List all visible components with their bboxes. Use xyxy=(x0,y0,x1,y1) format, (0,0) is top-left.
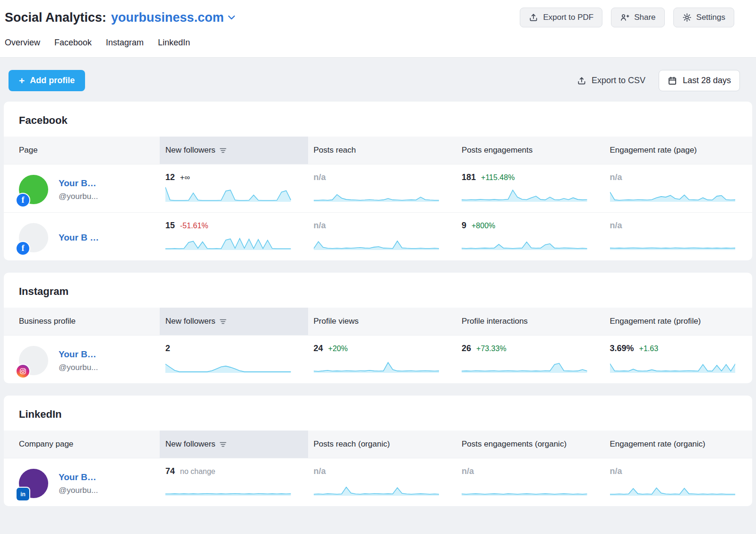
facebook-badge-icon: f xyxy=(17,194,29,207)
metric-cell: 2 xyxy=(160,336,308,383)
metric-value: 181 xyxy=(462,172,476,182)
metric-cell: n/a xyxy=(308,458,456,506)
tab-facebook[interactable]: Facebook xyxy=(54,38,92,48)
metric-change: -51.61% xyxy=(180,222,208,230)
metric-cell: 24+20% xyxy=(308,336,456,383)
column-header-label: Engagement rate (organic) xyxy=(610,439,705,449)
metric-cell: 3.69%+1.63 xyxy=(604,336,753,383)
settings-button[interactable]: Settings xyxy=(673,8,734,27)
domain-selector[interactable]: yourbusiness.com xyxy=(111,10,235,25)
export-pdf-label: Export to PDF xyxy=(543,13,593,22)
share-button[interactable]: Share xyxy=(611,8,664,27)
profile-cell: fYour B…@yourbu... xyxy=(4,164,160,212)
metric-cell: n/a xyxy=(308,213,456,260)
sparkline-chart xyxy=(165,357,291,373)
metric-change: +800% xyxy=(472,222,495,230)
column-header[interactable]: Page xyxy=(4,137,160,164)
column-header[interactable]: Profile interactions xyxy=(456,308,604,335)
instagram-badge-icon xyxy=(17,365,29,378)
metric-cell: n/a xyxy=(604,164,753,212)
column-header-label: Profile views xyxy=(314,317,359,326)
profile-cell: fYour B … xyxy=(4,213,160,260)
profile-name-link[interactable]: Your B … xyxy=(59,233,99,243)
column-header-label: Profile interactions xyxy=(462,317,528,326)
metric-value: 26 xyxy=(462,344,471,353)
metric-cell: 15-51.61% xyxy=(160,213,308,260)
column-header-label: Posts engagements (organic) xyxy=(462,439,567,449)
calendar-icon xyxy=(668,76,677,86)
sparkline-chart xyxy=(610,357,736,373)
metric-value: n/a xyxy=(610,466,622,476)
column-header-label: New followers xyxy=(165,439,215,449)
sparkline-chart xyxy=(610,480,736,496)
export-icon xyxy=(577,76,586,86)
sparkline-chart xyxy=(462,186,587,202)
profile-name-link[interactable]: Your B… xyxy=(59,472,98,482)
gear-icon xyxy=(682,13,692,22)
profile-handle: @yourbu... xyxy=(59,363,98,372)
sparkline-chart xyxy=(165,186,291,202)
profile-name-link[interactable]: Your B… xyxy=(59,178,98,189)
column-header[interactable]: Engagement rate (organic) xyxy=(604,431,753,458)
sparkline-chart xyxy=(462,480,587,496)
metric-cell: n/a xyxy=(604,213,753,260)
export-csv-label: Export to CSV xyxy=(592,76,645,86)
profile-row: fYour B …15-51.61%n/a9+800%n/a xyxy=(4,212,752,260)
column-header[interactable]: Engagement rate (page) xyxy=(604,137,753,164)
profile-avatar: f xyxy=(19,175,48,204)
sparkline-chart xyxy=(462,234,587,250)
column-header[interactable]: Posts engagements xyxy=(456,137,604,164)
tab-instagram[interactable]: Instagram xyxy=(106,38,144,48)
column-header[interactable]: Posts engagements (organic) xyxy=(456,431,604,458)
add-profile-label: Add profile xyxy=(30,76,75,86)
column-header[interactable]: Engagement rate (profile) xyxy=(604,308,753,335)
sections-container: FacebookPageNew followersPosts reachPost… xyxy=(4,102,752,506)
profile-avatar: f xyxy=(19,223,48,252)
metric-value: 9 xyxy=(462,221,466,231)
facebook-badge-icon: f xyxy=(17,242,29,255)
toolbar: + Add profile Export to CSV Last 28 days xyxy=(4,70,752,91)
column-header[interactable]: Profile views xyxy=(308,308,456,335)
top-bar: Social Analytics: yourbusiness.com Expor… xyxy=(0,0,756,31)
export-csv-button[interactable]: Export to CSV xyxy=(577,76,645,86)
tab-overview[interactable]: Overview xyxy=(5,38,40,48)
metric-cell: 9+800% xyxy=(456,213,604,260)
chevron-down-icon xyxy=(228,15,235,20)
sparkline-chart xyxy=(165,480,291,496)
page-title-text: Social Analytics: xyxy=(5,10,106,25)
metric-cell: n/a xyxy=(308,164,456,212)
metric-change: +∞ xyxy=(180,173,190,182)
settings-label: Settings xyxy=(696,13,725,22)
metric-value: 3.69% xyxy=(610,344,634,353)
column-header[interactable]: Business profile xyxy=(4,308,160,335)
metric-change: no change xyxy=(180,467,215,476)
facebook-section: FacebookPageNew followersPosts reachPost… xyxy=(4,102,752,260)
add-profile-button[interactable]: + Add profile xyxy=(9,70,85,91)
profile-avatar xyxy=(19,346,48,375)
date-range-button[interactable]: Last 28 days xyxy=(659,70,740,91)
sort-icon xyxy=(220,148,227,153)
column-header[interactable]: Posts reach (organic) xyxy=(308,431,456,458)
metric-cell: 181+115.48% xyxy=(456,164,604,212)
profile-cell: Your B…@yourbu... xyxy=(4,336,160,383)
column-header[interactable]: New followers xyxy=(160,308,308,335)
column-header-label: Posts reach xyxy=(314,146,356,155)
column-header[interactable]: Company page xyxy=(4,431,160,458)
column-header[interactable]: Posts reach xyxy=(308,137,456,164)
metric-value: 74 xyxy=(165,466,175,476)
column-header-label: New followers xyxy=(165,317,215,326)
table-header-row: Business profileNew followersProfile vie… xyxy=(4,308,752,335)
metric-value: 2 xyxy=(165,344,170,353)
date-range-label: Last 28 days xyxy=(683,76,731,86)
export-pdf-button[interactable]: Export to PDF xyxy=(520,8,602,27)
metric-value: 24 xyxy=(314,344,323,353)
profile-name-link[interactable]: Your B… xyxy=(59,349,98,360)
sparkline-chart xyxy=(462,357,587,373)
metric-cell: n/a xyxy=(604,458,753,506)
column-header[interactable]: New followers xyxy=(160,431,308,458)
column-header[interactable]: New followers xyxy=(160,137,308,164)
metric-change: +1.63 xyxy=(639,345,658,353)
table-header-row: PageNew followersPosts reachPosts engage… xyxy=(4,137,752,164)
tab-linkedin[interactable]: LinkedIn xyxy=(158,38,190,48)
metric-value: n/a xyxy=(610,221,622,231)
